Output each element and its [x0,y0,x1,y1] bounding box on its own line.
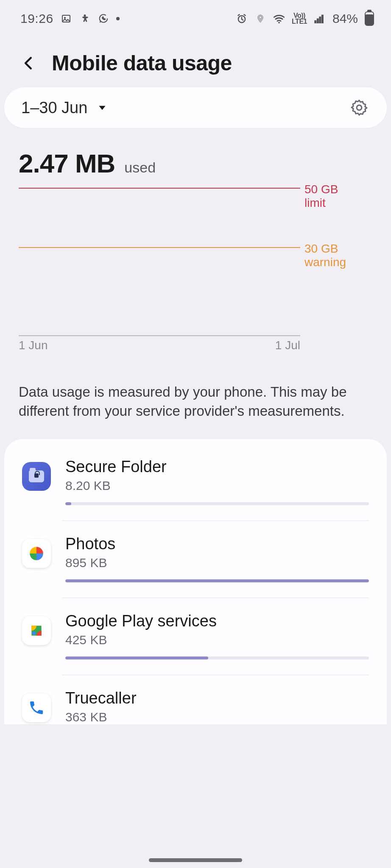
app-usage: 895 KB [65,556,369,570]
status-bar: 19:26 Vo)) LTE1 84% [0,0,391,30]
app-usage: 363 KB [65,710,369,724]
period-label: 1–30 Jun [21,99,87,117]
page-title: Mobile data usage [52,51,232,75]
app-usage: 8.20 KB [65,479,369,493]
dropdown-triangle-icon [97,102,108,113]
signal-icon [314,13,326,25]
truecaller-icon [22,693,51,722]
accessibility-icon [79,13,91,25]
volte-icon: Vo)) LTE1 [292,13,307,25]
baseline-line [19,335,300,336]
gear-icon [350,98,369,117]
alarm-icon [236,13,248,25]
app-usage: 425 KB [65,633,369,647]
svg-rect-7 [319,17,321,23]
battery-text: 84% [332,11,358,26]
battery-icon [365,11,374,26]
settings-button[interactable] [349,97,370,118]
app-usage-bar [65,657,369,659]
axis-end: 1 Jul [275,339,300,352]
disclaimer-text: Data usage is measured by your phone. Th… [0,365,391,439]
header: Mobile data usage [0,30,391,87]
app-row-google-play-services[interactable]: Google Play services 425 KB [4,598,387,675]
picture-icon [60,13,72,25]
axis-start: 1 Jun [19,339,48,352]
usage-total-value: 2.47 MB [19,148,115,178]
secure-folder-icon [22,462,51,491]
app-name: Photos [65,535,369,553]
svg-point-2 [84,14,85,16]
chart-x-axis: 1 Jun 1 Jul [19,339,372,352]
usage-summary: 2.47 MB used 50 GB limit 30 GB warning 1… [0,138,391,365]
whatsapp-icon [98,13,109,25]
svg-point-10 [32,632,36,635]
home-indicator[interactable] [149,858,242,862]
app-row-secure-folder[interactable]: Secure Folder 8.20 KB [4,443,387,520]
warning-label: 30 GB warning [304,242,372,269]
wifi-icon [273,13,285,25]
svg-rect-8 [321,15,323,23]
svg-point-4 [278,22,280,23]
usage-total-word: used [124,159,156,176]
play-services-icon [22,616,51,645]
period-dropdown[interactable]: 1–30 Jun [21,99,108,117]
usage-chart[interactable]: 50 GB limit 30 GB warning [19,188,372,336]
limit-label: 50 GB limit [304,183,372,210]
location-icon [254,13,266,25]
svg-rect-5 [315,20,316,23]
svg-rect-6 [317,19,318,23]
status-time: 19:26 [20,11,53,26]
app-usage-bar [65,502,369,505]
app-usage-bar [65,579,369,582]
svg-point-1 [64,17,65,18]
svg-point-9 [357,105,362,110]
app-name: Google Play services [65,612,369,630]
app-usage-list: Secure Folder 8.20 KB Photos 895 KB [4,439,387,724]
back-button[interactable] [19,53,39,73]
app-row-truecaller[interactable]: Truecaller 363 KB [4,675,387,724]
photos-icon [22,539,51,568]
limit-line [19,188,300,189]
warning-line [19,247,300,248]
app-name: Truecaller [65,689,369,707]
notification-dot-icon [116,17,120,20]
period-selector-card: 1–30 Jun [4,87,387,128]
chevron-left-icon [21,55,37,71]
app-row-photos[interactable]: Photos 895 KB [4,520,387,598]
app-name: Secure Folder [65,458,369,476]
